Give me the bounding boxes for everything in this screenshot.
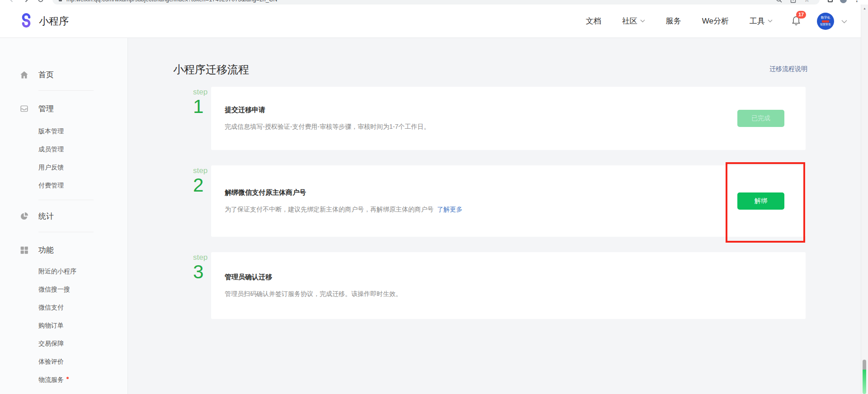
completed-button: 已完成 <box>737 110 784 127</box>
sidebar-item-paid-manage[interactable]: 付费管理 <box>38 182 127 190</box>
step-indicator-3: step 3 <box>193 252 211 319</box>
step-description-text: 为了保证支付不中断，建议先绑定新主体的商户号，再解绑原主体的商户号 <box>225 206 434 213</box>
account-menu-chevron[interactable] <box>841 17 847 25</box>
sidebar-item-wechat-search[interactable]: 微信搜一搜 <box>38 286 127 294</box>
site-icon <box>59 0 62 1</box>
sidebar-item-logistics-service[interactable]: 物流服务 <box>38 376 127 384</box>
page-title: 小程序迁移流程 <box>173 62 806 77</box>
unbind-button[interactable]: 解绑 <box>737 192 784 210</box>
chevron-down-icon <box>841 20 847 23</box>
step-card-3: 管理员确认迁移 管理员扫码确认并签订服务协议，完成迁移。该操作即时生效。 <box>211 252 806 319</box>
sidebar-item-home[interactable]: 首页 <box>0 69 127 80</box>
main-content: 小程序迁移流程 迁移流程说明 step 1 提交迁移申请 完成信息填写-授权验证… <box>128 38 868 394</box>
sidebar-label: 首页 <box>38 70 54 80</box>
migration-help-link[interactable]: 迁移流程说明 <box>769 65 807 73</box>
sidebar-item-transaction-guarantee[interactable]: 交易保障 <box>38 340 127 348</box>
notifications-button[interactable]: 17 <box>791 15 802 28</box>
sidebar-label: 管理 <box>38 103 54 114</box>
sidebar-item-features[interactable]: 功能 <box>0 244 127 256</box>
forward-icon[interactable] <box>23 0 30 3</box>
body: 首页 管理 版本管理 成员管理 用户反馈 付费管理 统计 功能 <box>0 38 868 394</box>
step-word: step <box>193 253 211 261</box>
step-row-1: step 1 提交迁移申请 完成信息填写-授权验证-支付费用-审核等步骤，审核时… <box>193 87 806 150</box>
step-title: 解绑微信支付原主体商户号 <box>225 188 806 197</box>
sidebar-divider <box>38 200 94 200</box>
search-icon[interactable] <box>776 0 783 3</box>
scrollbar-green-indicator <box>863 370 866 394</box>
sidebar-sublabel: 版本管理 <box>38 127 64 136</box>
overflow-menu-icon[interactable]: ⋮ <box>854 0 860 3</box>
nav-item-docs[interactable]: 文档 <box>586 16 601 26</box>
sidebar-sublabel: 微信搜一搜 <box>38 286 70 294</box>
nav-item-tools[interactable]: 工具 <box>750 16 773 26</box>
step-description: 完成信息填写-授权验证-支付费用-审核等步骤，审核时间为1-7个工作日。 <box>225 123 806 131</box>
logo[interactable]: 小程序 <box>19 13 69 29</box>
nav-item-services[interactable]: 服务 <box>666 16 681 26</box>
nav-label: 社区 <box>622 16 637 26</box>
nav-label: 服务 <box>666 16 681 26</box>
step-word: step <box>193 167 211 174</box>
bookmark-star-icon[interactable]: ☆ <box>804 0 810 3</box>
sidebar-sublabel: 微信支付 <box>38 304 64 312</box>
logo-text: 小程序 <box>39 14 69 28</box>
top-nav: 文档 社区 服务 We分析 工具 <box>586 16 773 26</box>
scroll-up-arrow-icon[interactable]: ▲ <box>861 5 868 10</box>
scrollbar-thumb[interactable] <box>863 360 866 370</box>
avatar-red-chip <box>822 20 829 23</box>
url-text: mp.weixin.qq.com/wxamp/subjectchange/ind… <box>66 0 277 3</box>
page-scrollbar[interactable]: ▲ <box>861 5 868 394</box>
avatar-text-top: 数字化 <box>821 16 830 19</box>
reload-icon[interactable] <box>37 0 44 3</box>
step-word: step <box>193 88 211 96</box>
sidebar-divider <box>38 90 94 91</box>
sidebar-sublabel: 付费管理 <box>38 182 64 190</box>
sidebar-item-wechat-pay[interactable]: 微信支付 <box>38 304 127 312</box>
mini-program-logo-icon <box>19 13 33 29</box>
sidebar-item-manage[interactable]: 管理 <box>0 103 127 114</box>
sidebar-item-nearby-miniprogram[interactable]: 附近的小程序 <box>38 267 127 276</box>
step-number: 1 <box>193 97 211 117</box>
account-avatar[interactable]: 数字化 智慧零售 <box>817 13 834 30</box>
share-icon[interactable] <box>790 0 797 3</box>
sidebar-sublist-manage: 版本管理 成员管理 用户反馈 付费管理 <box>0 127 127 190</box>
pie-chart-icon <box>19 211 29 221</box>
grid-icon <box>19 245 29 255</box>
inbox-icon <box>19 104 29 113</box>
sidebar-sublabel: 交易保障 <box>38 340 64 348</box>
sidebar-divider <box>38 232 94 232</box>
step-indicator-1: step 1 <box>193 87 211 150</box>
step-card-1: 提交迁移申请 完成信息填写-授权验证-支付费用-审核等步骤，审核时间为1-7个工… <box>211 87 806 150</box>
sidebar-sublabel: 成员管理 <box>38 145 64 154</box>
page: mp.weixin.qq.com/wxamp/subjectchange/ind… <box>0 0 868 394</box>
sidebar-item-experience-rating[interactable]: 体验评价 <box>38 358 127 366</box>
nav-item-community[interactable]: 社区 <box>622 16 645 26</box>
sidebar-item-member-manage[interactable]: 成员管理 <box>38 145 127 154</box>
sidebar-sublabel: 体验评价 <box>38 358 64 366</box>
home-icon <box>19 70 29 80</box>
step-card-2: 解绑微信支付原主体商户号 为了保证支付不中断，建议先绑定新主体的商户号，再解绑原… <box>211 165 806 237</box>
sidebar-item-version-manage[interactable]: 版本管理 <box>38 127 127 136</box>
app-header: 小程序 文档 社区 服务 We分析 工具 <box>0 5 868 38</box>
step-number: 2 <box>193 176 211 195</box>
step-row-3: step 3 管理员确认迁移 管理员扫码确认并签订服务协议，完成迁移。该操作即时… <box>193 252 806 319</box>
nav-label: 文档 <box>586 16 601 26</box>
migration-steps: step 1 提交迁移申请 完成信息填写-授权验证-支付费用-审核等步骤，审核时… <box>173 87 806 319</box>
sidebar-sublist-features: 附近的小程序 微信搜一搜 微信支付 购物订单 交易保障 体验评价 物流服务 <box>0 267 127 384</box>
step-description: 为了保证支付不中断，建议先绑定新主体的商户号，再解绑原主体的商户号 了解更多 <box>225 206 806 214</box>
sidebar-sublabel: 用户反馈 <box>38 164 64 172</box>
chevron-down-icon <box>768 19 773 23</box>
learn-more-link[interactable]: 了解更多 <box>437 206 462 213</box>
browser-address-bar[interactable]: mp.weixin.qq.com/wxamp/subjectchange/ind… <box>52 0 820 5</box>
step-description: 管理员扫码确认并签订服务协议，完成迁移。该操作即时生效。 <box>225 290 806 298</box>
step-title: 提交迁移申请 <box>225 106 806 114</box>
sidebar-item-statistics[interactable]: 统计 <box>0 210 127 222</box>
sidebar-item-shopping-orders[interactable]: 购物订单 <box>38 322 127 330</box>
sidebar-sublabel: 购物订单 <box>38 322 64 330</box>
extension-square-icon[interactable] <box>828 0 833 2</box>
step-indicator-2: step 2 <box>193 165 211 237</box>
sidebar-item-user-feedback[interactable]: 用户反馈 <box>38 164 127 172</box>
sidebar-label: 功能 <box>38 245 54 255</box>
sidebar-sublabel: 附近的小程序 <box>38 267 76 276</box>
chrome-profile-icon[interactable] <box>840 0 847 3</box>
nav-item-we-analytics[interactable]: We分析 <box>702 16 729 26</box>
